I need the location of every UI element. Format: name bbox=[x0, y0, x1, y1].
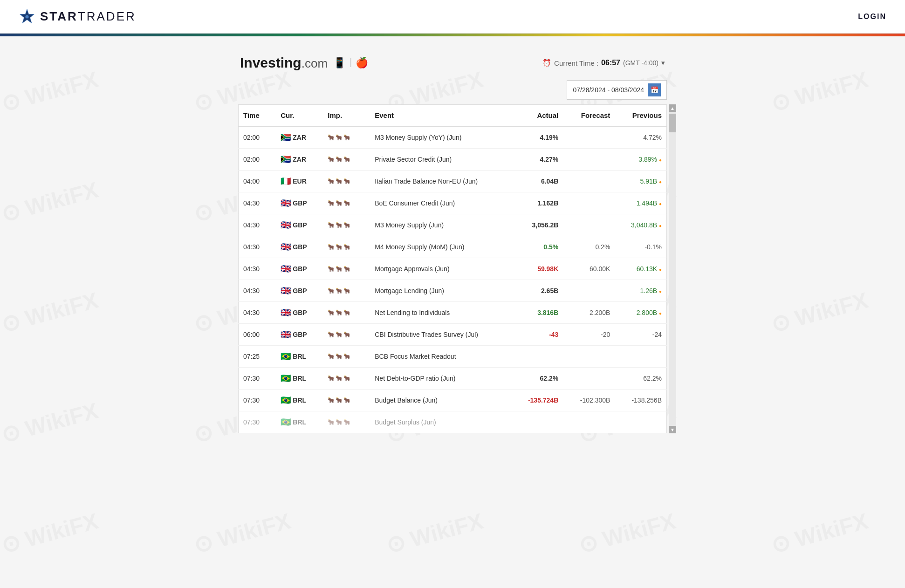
cell-importance: 🐂 🐂 🐂 bbox=[323, 126, 370, 149]
cell-event: Net Debt-to-GDP ratio (Jun) bbox=[370, 368, 511, 390]
page-body: ⊙ WikiFX⊙ WikiFX⊙ WikiFX⊙ WikiFX⊙ WikiFX… bbox=[0, 36, 905, 588]
cell-currency: 🇮🇹EUR bbox=[276, 171, 323, 192]
previous-value: 3,040.8B bbox=[631, 221, 657, 229]
cell-importance: 🐂 🐂 🐂 bbox=[323, 390, 370, 411]
bull-icon-1: 🐂 bbox=[328, 156, 335, 163]
currency-code: ZAR bbox=[293, 156, 306, 163]
cell-time: 04:30 bbox=[239, 280, 276, 302]
previous-value: 60.13K bbox=[637, 265, 657, 273]
separator: | bbox=[350, 57, 352, 69]
cell-currency: 🇬🇧GBP bbox=[276, 324, 323, 346]
cell-actual: 62.2% bbox=[511, 368, 563, 390]
flag-icon: 🇬🇧 bbox=[281, 220, 291, 230]
logo-area: STARTRADER bbox=[19, 8, 136, 25]
cell-time: 02:00 bbox=[239, 126, 276, 149]
flag-icon: 🇮🇹 bbox=[281, 176, 291, 186]
currency-code: GBP bbox=[293, 265, 307, 273]
table-body: 02:00🇿🇦ZAR 🐂 🐂 🐂 M3 Money Supply (YoY) (… bbox=[239, 126, 667, 433]
flag-icon: 🇬🇧 bbox=[281, 242, 291, 252]
bull-icon-1: 🐂 bbox=[328, 266, 335, 272]
calendar-icon[interactable]: 📅 bbox=[648, 83, 661, 96]
scrollbar-down-arrow[interactable]: ▼ bbox=[669, 426, 676, 433]
cell-importance: 🐂 🐂 🐂 bbox=[323, 192, 370, 214]
cell-event: Italian Trade Balance Non-EU (Jun) bbox=[370, 171, 511, 192]
previous-value: 1.494B bbox=[637, 199, 657, 207]
cell-forecast bbox=[563, 411, 615, 433]
bull-icon-2: 🐂 bbox=[336, 309, 343, 316]
col-previous: Previous bbox=[615, 105, 666, 127]
cell-previous: 3.89% ● bbox=[615, 149, 666, 171]
bull-icon-1: 🐂 bbox=[328, 353, 335, 360]
flag-icon: 🇬🇧 bbox=[281, 308, 291, 318]
cell-importance: 🐂 🐂 🐂 bbox=[323, 280, 370, 302]
flag-icon: 🇿🇦 bbox=[281, 132, 291, 143]
date-picker[interactable]: 07/28/2024 - 08/03/2024 📅 bbox=[567, 80, 667, 100]
table-row: 07:30🇧🇷BRL 🐂 🐂 🐂 Net Debt-to-GDP ratio (… bbox=[239, 368, 667, 390]
cell-forecast bbox=[563, 192, 615, 214]
cell-forecast: 0.2% bbox=[563, 236, 615, 258]
currency-code: BRL bbox=[293, 397, 306, 404]
scrollbar-up-arrow[interactable]: ▲ bbox=[669, 104, 676, 112]
bull-icon-2: 🐂 bbox=[336, 353, 343, 360]
table-row: 02:00🇿🇦ZAR 🐂 🐂 🐂 Private Sector Credit (… bbox=[239, 149, 667, 171]
cell-actual: 4.19% bbox=[511, 126, 563, 149]
flag-icon: 🇧🇷 bbox=[281, 351, 291, 362]
app-icons: 📱 | 🍎 bbox=[333, 57, 368, 69]
orange-dot: ● bbox=[659, 267, 662, 272]
cell-forecast bbox=[563, 171, 615, 192]
bull-icon-1: 🐂 bbox=[328, 331, 335, 338]
cell-previous: 60.13K ● bbox=[615, 258, 666, 280]
table-header: Time Cur. Imp. Event Actual Forecast Pre… bbox=[239, 105, 667, 127]
cell-actual: 3.816B bbox=[511, 302, 563, 324]
cell-currency: 🇬🇧GBP bbox=[276, 192, 323, 214]
bull-icon-2: 🐂 bbox=[336, 222, 343, 228]
previous-value: 3.89% bbox=[638, 156, 657, 163]
cell-time: 07:30 bbox=[239, 411, 276, 433]
bull-icon-3: 🐂 bbox=[343, 287, 350, 294]
cell-forecast bbox=[563, 280, 615, 302]
cell-forecast: 60.00K bbox=[563, 258, 615, 280]
login-button[interactable]: LOGIN bbox=[858, 13, 886, 21]
bull-icon-1: 🐂 bbox=[328, 134, 335, 141]
cell-event: Budget Surplus (Jun) bbox=[370, 411, 511, 433]
cell-actual: 1.162B bbox=[511, 192, 563, 214]
scrollbar-track[interactable]: ▲ ▼ bbox=[669, 104, 676, 433]
cell-forecast bbox=[563, 368, 615, 390]
scrollbar-thumb[interactable] bbox=[669, 114, 676, 132]
bull-icon-2: 🐂 bbox=[336, 244, 343, 250]
bull-icon-1: 🐂 bbox=[328, 200, 335, 206]
col-currency: Cur. bbox=[276, 105, 323, 127]
orange-dot: ● bbox=[659, 311, 662, 316]
cell-actual bbox=[511, 411, 563, 433]
currency-code: GBP bbox=[293, 331, 307, 338]
cell-currency: 🇬🇧GBP bbox=[276, 280, 323, 302]
cell-time: 04:00 bbox=[239, 171, 276, 192]
timezone-label: (GMT -4:00) bbox=[623, 59, 658, 67]
timezone-dropdown-icon[interactable]: ▾ bbox=[661, 59, 665, 67]
clock-icon: ⏰ bbox=[542, 59, 551, 67]
cell-previous bbox=[615, 346, 666, 368]
table-row: 04:30🇬🇧GBP 🐂 🐂 🐂 Mortgage Lending (Jun)2… bbox=[239, 280, 667, 302]
cell-event: CBI Distributive Trades Survey (Jul) bbox=[370, 324, 511, 346]
date-picker-row: 07/28/2024 - 08/03/2024 📅 bbox=[238, 80, 667, 100]
cell-actual bbox=[511, 346, 563, 368]
current-time-display: ⏰ Current Time : 06:57 (GMT -4:00) ▾ bbox=[542, 59, 665, 67]
table-row: 04:30🇬🇧GBP 🐂 🐂 🐂 M4 Money Supply (MoM) (… bbox=[239, 236, 667, 258]
table-row: 07:25🇧🇷BRL 🐂 🐂 🐂 BCB Focus Market Readou… bbox=[239, 346, 667, 368]
flag-icon: 🇬🇧 bbox=[281, 198, 291, 208]
cell-forecast bbox=[563, 214, 615, 236]
cell-previous: -24 bbox=[615, 324, 666, 346]
cell-time: 04:30 bbox=[239, 214, 276, 236]
investing-logo: Investing.com 📱 | 🍎 bbox=[240, 55, 368, 71]
cell-event: M3 Money Supply (YoY) (Jun) bbox=[370, 126, 511, 149]
flag-icon: 🇬🇧 bbox=[281, 329, 291, 340]
cell-currency: 🇧🇷BRL bbox=[276, 411, 323, 433]
cell-importance: 🐂 🐂 🐂 bbox=[323, 236, 370, 258]
cell-forecast: -20 bbox=[563, 324, 615, 346]
bull-icon-3: 🐂 bbox=[343, 331, 350, 338]
previous-value: 5.91B bbox=[640, 178, 657, 185]
cell-actual: -135.724B bbox=[511, 390, 563, 411]
investing-header: Investing.com 📱 | 🍎 ⏰ Current Time : 06:… bbox=[238, 55, 667, 71]
bull-icon-2: 🐂 bbox=[336, 178, 343, 185]
flag-icon: 🇿🇦 bbox=[281, 154, 291, 164]
